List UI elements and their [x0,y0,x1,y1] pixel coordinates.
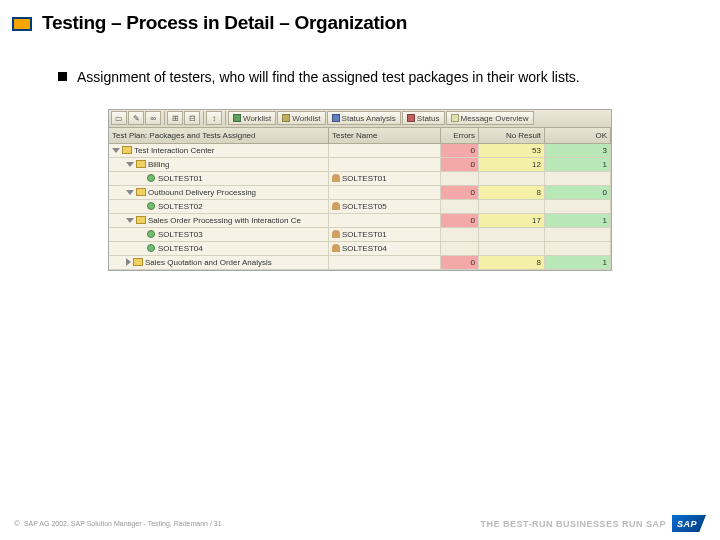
tester-cell [329,144,441,157]
tagline-text: THE BEST-RUN BUSINESSES RUN SAP [480,519,666,529]
table-row[interactable]: Sales Quotation and Order Analysis081 [109,256,611,270]
person-icon [332,244,340,252]
toolbar-worklist2-button[interactable]: Worklist [277,111,325,125]
package-icon [147,230,155,238]
folder-icon [122,146,132,154]
col-header-tester[interactable]: Tester Name [329,128,441,143]
tree-cell[interactable]: SOLTEST02 [109,200,329,213]
toolbar-doc-icon[interactable]: ▭ [111,111,127,125]
errors-cell [441,200,479,213]
toolbar-glasses-icon[interactable]: ∞ [145,111,161,125]
row-label: SOLTEST02 [158,202,203,211]
table-row[interactable]: Outbound Delivery Processing080 [109,186,611,200]
ok-cell [545,242,611,255]
row-label: Sales Quotation and Order Analysis [145,258,272,267]
col-header-noresult[interactable]: No Result [479,128,545,143]
ok-cell: 1 [545,158,611,171]
folder-icon [136,160,146,168]
row-label: SOLTEST03 [158,230,203,239]
ok-cell: 1 [545,214,611,227]
toolbar-status-analysis-button[interactable]: Status Analysis [327,111,401,125]
noresult-cell: 53 [479,144,545,157]
ok-cell [545,172,611,185]
errors-cell [441,228,479,241]
col-header-ok[interactable]: OK [545,128,611,143]
expand-open-icon[interactable] [126,162,134,167]
ok-cell: 3 [545,144,611,157]
table-row[interactable]: Test Interaction Center0533 [109,144,611,158]
sheet-icon [332,114,340,122]
tree-cell[interactable]: Billing [109,158,329,171]
expand-closed-icon[interactable] [126,258,131,266]
col-header-tree[interactable]: Test Plan: Packages and Tests Assigned [109,128,329,143]
table-row[interactable]: Sales Order Processing with Interaction … [109,214,611,228]
tree-cell[interactable]: SOLTEST01 [109,172,329,185]
tester-cell: SOLTEST01 [329,228,441,241]
toolbar: ▭ ✎ ∞ ⊞ ⊟ ↕ Worklist Worklist Status Ana… [109,110,611,128]
table-row[interactable]: SOLTEST03SOLTEST01 [109,228,611,242]
tester-cell [329,186,441,199]
toolbar-separator [203,111,204,125]
noresult-cell: 8 [479,256,545,269]
noresult-cell: 17 [479,214,545,227]
bullet-text: Assignment of testers, who will find the… [77,68,580,87]
row-label: Outbound Delivery Processing [148,188,256,197]
tester-name: SOLTEST01 [342,230,387,239]
toolbar-separator [225,111,226,125]
expand-open-icon[interactable] [126,190,134,195]
folder-icon [136,216,146,224]
title-accent-box [12,17,32,31]
folder-icon [136,188,146,196]
bullet-item: Assignment of testers, who will find the… [58,68,680,87]
noresult-cell [479,200,545,213]
tree-cell[interactable]: SOLTEST04 [109,242,329,255]
noresult-cell [479,172,545,185]
copyright-icon: © [14,519,20,528]
btn-label: Worklist [292,114,320,123]
toolbar-worklist-button[interactable]: Worklist [228,111,276,125]
noresult-cell: 12 [479,158,545,171]
package-icon [147,174,155,182]
col-header-errors[interactable]: Errors [441,128,479,143]
tester-cell: SOLTEST01 [329,172,441,185]
btn-label: Status Analysis [342,114,396,123]
tree-cell[interactable]: Sales Order Processing with Interaction … [109,214,329,227]
tree-cell[interactable]: Outbound Delivery Processing [109,186,329,199]
tester-cell [329,214,441,227]
errors-cell [441,172,479,185]
tree-cell[interactable]: Sales Quotation and Order Analysis [109,256,329,269]
toolbar-pencil-icon[interactable]: ✎ [128,111,144,125]
expand-open-icon[interactable] [126,218,134,223]
package-icon [147,244,155,252]
row-label: Sales Order Processing with Interaction … [148,216,301,225]
globe-icon [282,114,290,122]
person-icon [233,114,241,122]
tree-cell[interactable]: Test Interaction Center [109,144,329,157]
table-row[interactable]: Billing0121 [109,158,611,172]
tagline: THE BEST-RUN BUSINESSES RUN SAP SAP [480,515,706,532]
folder-icon [133,258,143,266]
btn-label: Status [417,114,440,123]
tree-grid: Test Interaction Center0533Billing0121SO… [109,144,611,270]
ok-cell: 0 [545,186,611,199]
toolbar-sort-icon[interactable]: ↕ [206,111,222,125]
errors-cell [441,242,479,255]
table-row[interactable]: SOLTEST01SOLTEST01 [109,172,611,186]
bullet-section: Assignment of testers, who will find the… [0,42,720,87]
tester-name: SOLTEST05 [342,202,387,211]
errors-cell: 0 [441,144,479,157]
toolbar-status-button[interactable]: Status [402,111,445,125]
table-row[interactable]: SOLTEST02SOLTEST05 [109,200,611,214]
toolbar-separator [164,111,165,125]
tree-cell[interactable]: SOLTEST03 [109,228,329,241]
slide-footer: © SAP AG 2002, SAP Solution Manager - Te… [0,515,720,532]
toolbar-message-overview-button[interactable]: Message Overview [446,111,534,125]
toolbar-list-icon[interactable]: ⊟ [184,111,200,125]
noresult-cell [479,242,545,255]
toolbar-tree-icon[interactable]: ⊞ [167,111,183,125]
table-row[interactable]: SOLTEST04SOLTEST04 [109,242,611,256]
errors-cell: 0 [441,214,479,227]
expand-open-icon[interactable] [112,148,120,153]
tester-cell: SOLTEST04 [329,242,441,255]
btn-label: Message Overview [461,114,529,123]
